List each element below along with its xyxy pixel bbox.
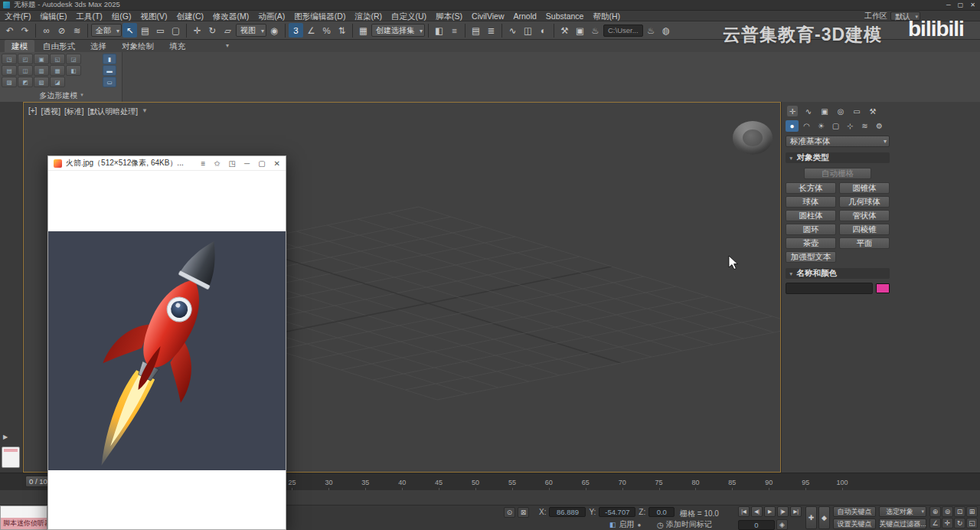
named-selection-sets-dropdown[interactable]: 创建选择集 bbox=[371, 24, 425, 37]
display-panel-tab[interactable]: ▭ bbox=[851, 106, 862, 116]
unlink-selection-icon[interactable]: ⊘ bbox=[54, 23, 69, 38]
window-minimize-icon[interactable]: ─ bbox=[946, 2, 951, 8]
reference-coordinate-dropdown[interactable]: 视图 bbox=[236, 24, 266, 37]
viewport-filter-icon[interactable]: ▼ bbox=[142, 106, 148, 117]
menu-item[interactable]: 动画(A) bbox=[253, 11, 289, 21]
ribbon-tool-button[interactable]: ◧ bbox=[66, 65, 81, 76]
space-warps-category-icon[interactable]: ≋ bbox=[858, 120, 871, 132]
select-by-name-icon[interactable]: ▤ bbox=[138, 23, 152, 38]
spinner-snap-icon[interactable]: ⇅ bbox=[335, 23, 349, 38]
menu-item[interactable]: 修改器(M) bbox=[208, 11, 253, 21]
menu-item[interactable]: 编辑(E) bbox=[35, 11, 71, 21]
systems-category-icon[interactable]: ⚙ bbox=[873, 120, 886, 132]
previous-frame-button[interactable]: ◀| bbox=[751, 506, 763, 517]
menu-item[interactable]: 帮助(H) bbox=[588, 11, 625, 21]
key-filters-button[interactable]: 关键点过滤器... bbox=[879, 519, 926, 529]
ribbon-tool-button[interactable]: ◫ bbox=[18, 65, 33, 76]
viewer-fullscreen-icon[interactable]: ◳ bbox=[229, 156, 236, 171]
play-button[interactable]: ▶ bbox=[764, 506, 776, 517]
zoom-all-icon[interactable]: ⊚ bbox=[942, 506, 953, 517]
snaps-toggle-icon[interactable]: 3 bbox=[289, 23, 303, 38]
add-time-tag[interactable]: ◷ 添加时间标记 bbox=[657, 519, 712, 530]
ribbon-tool-button[interactable]: ▭ bbox=[103, 77, 116, 87]
maxscript-mini-listener[interactable]: 脚本迷你侦听器 bbox=[0, 505, 47, 530]
mini-listener-flyout[interactable] bbox=[2, 447, 20, 468]
render-setup-icon[interactable]: ⚒ bbox=[557, 23, 572, 38]
menu-item[interactable]: 图形编辑器(D) bbox=[289, 11, 350, 21]
rollout-object-type[interactable]: ▼ 对象类型 bbox=[786, 152, 890, 163]
object-type-button[interactable]: 圆锥体 bbox=[839, 182, 890, 194]
modify-panel-tab[interactable]: ∿ bbox=[803, 106, 814, 116]
next-frame-button[interactable]: |▶ bbox=[777, 506, 789, 517]
object-type-button[interactable]: 长方体 bbox=[786, 182, 836, 194]
viewport-renderer-menu[interactable]: [标准] bbox=[64, 106, 84, 117]
schematic-view-icon[interactable]: ◫ bbox=[521, 23, 535, 38]
ribbon-tool-button[interactable]: ◩ bbox=[18, 77, 33, 87]
menu-item[interactable]: 视图(V) bbox=[136, 11, 172, 21]
material-editor-icon[interactable]: ◐ bbox=[536, 23, 550, 38]
object-type-button[interactable]: 加强型文本 bbox=[786, 251, 836, 263]
ribbon-tool-button[interactable]: ▨ bbox=[2, 77, 17, 87]
ribbon-caret-icon[interactable]: ▾ bbox=[226, 42, 229, 49]
rendered-frame-window-icon[interactable]: ▣ bbox=[573, 23, 587, 38]
current-frame-field[interactable]: 0 bbox=[738, 520, 775, 530]
object-type-button[interactable]: 圆环 bbox=[786, 224, 836, 235]
menu-item[interactable]: 组(G) bbox=[107, 11, 136, 21]
geometry-category-icon[interactable]: ● bbox=[786, 120, 799, 132]
viewer-favorite-icon[interactable]: ✩ bbox=[214, 156, 220, 171]
undo-icon[interactable]: ↶ bbox=[2, 23, 17, 38]
rollout-name-color[interactable]: ▼ 名称和颜色 bbox=[786, 268, 890, 279]
select-and-scale-icon[interactable]: ▱ bbox=[220, 23, 235, 38]
ribbon-tool-button[interactable]: ▦ bbox=[50, 65, 65, 76]
menu-item[interactable]: 创建(C) bbox=[172, 11, 209, 21]
object-name-input[interactable] bbox=[786, 283, 873, 294]
ribbon-tab[interactable]: 建模 bbox=[5, 40, 34, 52]
menu-item[interactable]: 渲染(R) bbox=[350, 11, 387, 21]
render-iterative-icon[interactable]: ♨ bbox=[644, 23, 658, 38]
menu-item[interactable]: 脚本(S) bbox=[431, 11, 467, 21]
viewer-title-bar[interactable]: 火箭.jpg（512×512像素, 64KB）... ≡✩◳─▢✕ bbox=[48, 156, 286, 171]
lights-category-icon[interactable]: ☀ bbox=[815, 120, 828, 132]
menu-item[interactable]: Substance bbox=[541, 11, 589, 21]
zoom-extents-all-icon[interactable]: ⊞ bbox=[966, 506, 978, 517]
ribbon-tool-button[interactable]: ▥ bbox=[34, 65, 49, 76]
object-type-button[interactable]: 平面 bbox=[839, 237, 890, 249]
expand-tray-icon[interactable]: ▶ bbox=[3, 433, 8, 440]
zoom-icon[interactable]: ⊕ bbox=[929, 506, 941, 517]
curve-editor-icon[interactable]: ∿ bbox=[505, 23, 520, 38]
ribbon-tool-button[interactable]: ▣ bbox=[34, 54, 49, 64]
hierarchy-panel-tab[interactable]: ▣ bbox=[819, 106, 830, 116]
ribbon-tab[interactable]: 填充 bbox=[162, 40, 192, 52]
set-key-button[interactable]: 设置关键点 bbox=[833, 519, 876, 529]
set-keys-button[interactable]: ✚ bbox=[805, 506, 817, 529]
use-pivot-point-icon[interactable]: ◉ bbox=[267, 23, 282, 38]
create-panel-tab[interactable]: ✛ bbox=[787, 106, 798, 116]
select-and-link-icon[interactable]: ∞ bbox=[39, 23, 54, 38]
ribbon-section-label[interactable]: 多边形建模 ▾ bbox=[0, 90, 122, 101]
window-maximize-icon[interactable]: ▢ bbox=[958, 2, 964, 8]
window-close-icon[interactable]: ✕ bbox=[970, 2, 975, 8]
go-to-start-button[interactable]: |◀ bbox=[738, 506, 750, 517]
viewport-shading-menu[interactable]: [默认明暗处理] bbox=[88, 106, 139, 117]
object-type-button[interactable]: 管状体 bbox=[839, 210, 890, 221]
ribbon-tool-button[interactable]: ▧ bbox=[34, 77, 49, 87]
align-icon[interactable]: ≡ bbox=[447, 23, 462, 38]
maximize-viewport-toggle-icon[interactable]: ◱ bbox=[966, 518, 978, 528]
ribbon-tool-button[interactable]: ◳ bbox=[2, 54, 17, 64]
menu-item[interactable]: 文件(F) bbox=[0, 11, 35, 21]
viewport-pov-menu[interactable]: [透视] bbox=[41, 106, 60, 117]
isolate-selection-icon[interactable]: ⊙ bbox=[504, 507, 515, 518]
key-filter-dropdown[interactable]: 选定对象 bbox=[879, 506, 926, 517]
viewport-general-menu[interactable]: [+] bbox=[28, 106, 37, 117]
lock-selection-icon[interactable]: ⊠ bbox=[518, 507, 529, 518]
title-bar[interactable]: 无标题 - Autodesk 3ds Max 2025 ─▢✕ bbox=[0, 0, 980, 11]
project-folder-field[interactable]: C:\User... bbox=[603, 25, 643, 37]
ribbon-tool-button[interactable]: ◲ bbox=[66, 54, 81, 64]
auto-key-button[interactable]: 自动关键点 bbox=[833, 506, 876, 517]
enable-toggle[interactable]: ◧ 启用 ● bbox=[609, 519, 641, 530]
orbit-icon[interactable]: ↻ bbox=[954, 518, 965, 528]
ribbon-tool-button[interactable]: ◰ bbox=[18, 54, 33, 64]
toggle-layer-explorer-icon[interactable]: ≣ bbox=[484, 23, 498, 38]
toggle-scene-explorer-icon[interactable]: ▤ bbox=[469, 23, 483, 38]
render-in-cloud-icon[interactable]: ◍ bbox=[659, 23, 674, 38]
